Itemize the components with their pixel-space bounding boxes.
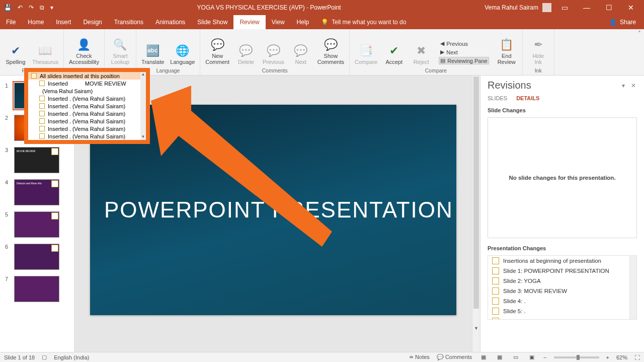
hide-ink-button[interactable]: ✒ Hide Ink (526, 36, 551, 66)
hide-ink-icon: ✒ (534, 37, 543, 53)
avatar[interactable] (542, 3, 551, 12)
revisions-tab-details[interactable]: DETAILS (516, 95, 539, 102)
minimize-icon[interactable]: — (578, 4, 596, 12)
new-comment-button[interactable]: 💬 New Comment (203, 36, 231, 66)
share-button[interactable]: 👤 Share (601, 15, 644, 29)
reviewing-pane-button[interactable]: ▤Reviewing Pane (439, 57, 489, 64)
zoom-out-icon[interactable]: − (543, 354, 546, 360)
smart-lookup-button[interactable]: 🔍 Smart Lookup (108, 36, 133, 66)
list-item[interactable]: Insertions at beginning of presentation (488, 256, 636, 266)
fit-to-window-icon[interactable]: ⛶ (634, 354, 640, 360)
previous-comment-button[interactable]: 💬 Previous (261, 42, 286, 66)
checkbox-icon[interactable] (39, 126, 45, 131)
tab-file[interactable]: File (0, 15, 22, 29)
lightbulb-icon: 💡 (321, 19, 329, 26)
popup-item[interactable]: Inserted . (Vema Rahul Sairam) (28, 95, 146, 102)
sorter-view-icon[interactable]: ▦ (495, 354, 504, 360)
checkbox-icon[interactable] (39, 111, 45, 116)
tab-animations[interactable]: Animations (149, 15, 191, 29)
thumbnail-slide-5[interactable] (14, 211, 59, 238)
tab-transitions[interactable]: Transitions (108, 15, 149, 29)
checkbox-icon[interactable] (39, 81, 45, 86)
list-item[interactable]: Slide 1: POWERPOINT PRESENTATION (488, 266, 636, 276)
spelling-button[interactable]: ✔ Spelling (3, 42, 28, 66)
show-comments-button[interactable]: 💬 Show Comments (315, 36, 346, 66)
popup-scrollbar[interactable]: ▲▼ (140, 72, 146, 140)
ribbon-display-icon[interactable]: ▭ (555, 4, 574, 12)
maximize-icon[interactable]: ☐ (600, 4, 618, 12)
checkbox-icon[interactable] (39, 96, 45, 101)
language-status[interactable]: English (India) (54, 354, 89, 360)
checkbox-icon[interactable] (39, 103, 45, 109)
tab-slideshow[interactable]: Slide Show (191, 15, 233, 29)
list-item[interactable]: Slide 2: YOGA (488, 276, 636, 286)
comments-button[interactable]: 💬 Comments (437, 354, 472, 360)
zoom-in-icon[interactable]: + (606, 354, 609, 360)
list-scrollbar[interactable] (629, 256, 636, 319)
redo-icon[interactable]: ↷ (29, 4, 34, 11)
zoom-slider[interactable] (554, 356, 599, 358)
undo-icon[interactable]: ↶ (18, 4, 23, 11)
language-button[interactable]: 🌐 Language (168, 42, 197, 66)
checkbox-icon[interactable] (39, 118, 45, 124)
popup-item[interactable]: Inserted . (Vema Rahul Sairam) (28, 110, 146, 117)
slide-counter[interactable]: Slide 1 of 18 (4, 354, 35, 360)
change-icon (492, 298, 499, 305)
collapse-ribbon-icon[interactable]: ˄ (638, 30, 641, 37)
next-comment-button[interactable]: 💬 Next (288, 42, 313, 66)
slide-title-text[interactable]: POWERPOINT PRESENTATION (104, 197, 453, 223)
tell-me-search[interactable]: 💡 Tell me what you want to do (315, 15, 412, 29)
spellcheck-status-icon[interactable]: ▢ (42, 354, 47, 360)
tab-home[interactable]: Home (22, 15, 50, 29)
slideshow-view-icon[interactable]: ▣ (527, 354, 536, 360)
revisions-tab-slides[interactable]: SLIDES (488, 95, 507, 102)
username[interactable]: Vema Rahul Sairam (485, 4, 538, 11)
popup-item[interactable]: Inserted . (Vema Rahul Sairam) (28, 132, 146, 140)
check-accessibility-button[interactable]: 👤 Check Accessibility (67, 36, 101, 66)
scroll-down-icon[interactable]: ▼ (472, 326, 480, 334)
qat-more-icon[interactable]: ▾ (50, 4, 53, 11)
translate-button[interactable]: 🔤 Translate (139, 42, 166, 66)
delete-comment-button[interactable]: 💬 Delete (233, 42, 259, 66)
checkbox-icon[interactable] (31, 73, 37, 79)
reject-button[interactable]: ✖ Reject (409, 42, 434, 66)
save-icon[interactable]: 💾 (4, 4, 12, 11)
reading-view-icon[interactable]: ▭ (511, 354, 520, 360)
accept-icon: ✔ (389, 43, 398, 59)
popup-item[interactable]: Inserted . (Vema Rahul Sairam) (28, 125, 146, 132)
end-review-button[interactable]: 📋 End Review (494, 36, 519, 66)
popup-item[interactable]: Inserted . (Vema Rahul Sairam) (28, 117, 146, 125)
tab-review[interactable]: Review (233, 15, 265, 29)
thumbnail-slide-3[interactable]: MOVIE REVIEW (14, 147, 59, 173)
scrollbar-thumb[interactable] (473, 77, 479, 309)
accept-button[interactable]: ✔ Accept (381, 42, 407, 66)
vertical-scrollbar[interactable]: ▲ ▼ (472, 76, 480, 352)
start-from-beginning-icon[interactable]: ⧉ (40, 4, 44, 11)
notes-button[interactable]: ≐ Notes (409, 354, 430, 360)
normal-view-icon[interactable]: ▦ (479, 354, 488, 360)
thumbnail-slide-6[interactable] (14, 244, 59, 270)
compare-next-button[interactable]: ▶Next (439, 48, 489, 56)
close-icon[interactable]: ✕ (622, 4, 640, 12)
compare-previous-button[interactable]: ◀Previous (439, 40, 489, 47)
list-item[interactable]: Slide 3: MOVIE REVIEW (488, 286, 636, 296)
pane-options-icon[interactable]: ▾ (619, 82, 628, 89)
compare-button[interactable]: 📑 Compare (353, 42, 379, 66)
checkbox-icon[interactable] (39, 133, 45, 139)
list-item[interactable]: Slide 5: . (488, 306, 636, 316)
thumbnail-slide-4[interactable]: Director and More Info (14, 179, 59, 205)
tab-insert[interactable]: Insert (50, 15, 77, 29)
tab-view[interactable]: View (266, 15, 291, 29)
pane-close-icon[interactable]: ✕ (628, 82, 639, 89)
popup-item[interactable]: InsertedMOVIE REVIEW (28, 80, 146, 87)
thumbnail-slide-7[interactable] (14, 276, 59, 302)
popup-item[interactable]: Inserted . (Vema Rahul Sairam) (28, 102, 146, 110)
thesaurus-button[interactable]: 📖 Thesaurus (30, 42, 60, 66)
presentation-changes-label: Presentation Changes (480, 243, 644, 253)
tab-design[interactable]: Design (77, 15, 108, 29)
popup-header-row[interactable]: All slides inserted at this position (28, 72, 146, 80)
list-item[interactable]: Slide 6: . (488, 316, 636, 320)
tab-help[interactable]: Help (291, 15, 315, 29)
zoom-level[interactable]: 62% (616, 354, 627, 360)
list-item[interactable]: Slide 4: . (488, 296, 636, 306)
